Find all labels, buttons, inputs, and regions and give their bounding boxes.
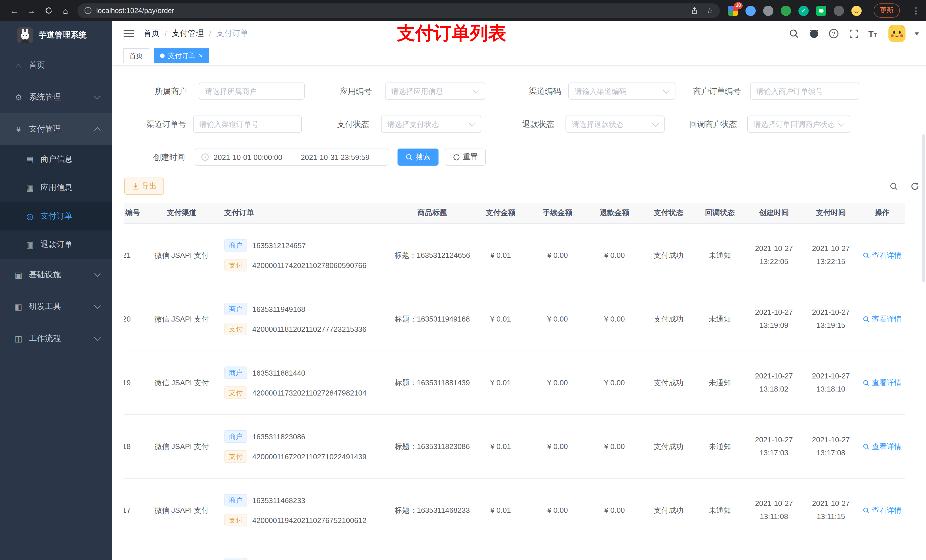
merchant-order-no: 1635311881440 (252, 368, 305, 377)
sidebar-item-workflow[interactable]: ◫ 工作流程 (0, 323, 112, 355)
sidebar-item-app-info[interactable]: ▦ 应用信息 (0, 174, 112, 202)
export-button[interactable]: 导出 (124, 178, 164, 195)
extension-icon-green[interactable] (781, 5, 791, 16)
view-detail-link[interactable]: 查看详情 (863, 314, 902, 324)
view-detail-link[interactable]: 查看详情 (863, 505, 902, 515)
filter-label-create-time: 创建时间 (112, 148, 185, 166)
breadcrumb-home[interactable]: 首页 (144, 29, 159, 39)
url-text: localhost:1024/pay/order (96, 6, 174, 15)
help-icon[interactable]: ? (828, 28, 839, 39)
search-icon (863, 379, 870, 386)
font-size-icon[interactable]: TT (868, 29, 877, 38)
sidebar-item-pay-order[interactable]: ◎ 支付订单 (0, 202, 112, 231)
pay-time-cell: 2021-10-27 13:11:15 (802, 497, 859, 523)
fullscreen-icon[interactable] (848, 28, 859, 39)
table-search-toggle-icon[interactable] (887, 179, 900, 193)
order-id-cell: 18 (124, 442, 150, 451)
pay-tag: 支付 (224, 323, 247, 335)
pay-amount-cell: ¥ 0.01 (472, 379, 529, 387)
search-icon (863, 443, 870, 450)
table-refresh-icon[interactable] (908, 179, 921, 193)
avatar-caret-icon[interactable] (915, 32, 919, 35)
sidebar-item-home[interactable]: ⌂ 首页 (0, 50, 112, 82)
extension-icon-blue[interactable] (746, 5, 756, 16)
merchant-line: 商户 1635311823086 (224, 430, 392, 443)
extension-icon-colorful[interactable]: 10 (728, 5, 738, 16)
merchant-order-no: 1635311823086 (252, 432, 305, 441)
notify-status-cell: 未通知 (694, 441, 746, 451)
page-content: 所属商户 应用编号 渠道编码 商户订单编号 (112, 66, 926, 560)
pay-amount-cell: ¥ 0.01 (472, 315, 529, 323)
fee-amount-cell: ¥ 0.00 (529, 506, 586, 515)
breadcrumb: 首页 / 支付管理 / 支付订单 (144, 29, 248, 39)
sidebar-item-merchant-info[interactable]: ▤ 商户信息 (0, 145, 112, 174)
pay-order-cell: 商户 1635311949168 支付 42000011812021102777… (213, 287, 392, 350)
user-avatar[interactable] (888, 25, 905, 42)
sidebar-item-devtools[interactable]: ◧ 研发工具 (0, 291, 112, 323)
search-button[interactable]: 搜索 (398, 148, 439, 166)
home-icon[interactable]: ⌂ (57, 3, 74, 18)
sidebar-collapse-icon[interactable] (123, 28, 135, 39)
bookmark-star-icon[interactable]: ☆ (707, 6, 713, 15)
merchant-tag: 商户 (224, 239, 247, 252)
orders-table: 编号 支付渠道 支付订单 商品标题 支付金额 手续金额 退款金额 支付状态 回调… (124, 202, 905, 560)
pay-status-select[interactable] (381, 116, 481, 133)
create-time-range-picker[interactable]: 2021-10-01 00:00:00 - 2021-10-31 23:59:5… (195, 148, 388, 166)
browser-update-button[interactable]: 更新 (874, 3, 900, 18)
action-cell: 查看详情 (859, 377, 905, 388)
address-bar[interactable]: localhost:1024/pay/order ☆ (77, 3, 720, 18)
breadcrumb-payment[interactable]: 支付管理 (172, 29, 204, 39)
profile-avatar-icon[interactable] (851, 5, 862, 16)
scrollbar-thumb[interactable] (922, 134, 925, 282)
github-icon[interactable] (808, 28, 819, 39)
channel-code-select[interactable] (568, 83, 675, 100)
filter-label-merchant: 所属商户 (112, 83, 187, 100)
table-row: 20 微信 JSAPI 支付 商户 1635311949168 支付 42000… (124, 287, 905, 351)
reset-button[interactable]: 重置 (445, 148, 486, 166)
sidebar-item-refund-order[interactable]: ▥ 退款订单 (0, 231, 112, 259)
table-header: 编号 支付渠道 支付订单 商品标题 支付金额 手续金额 退款金额 支付状态 回调… (124, 202, 905, 223)
product-title-cell: 标题：1635311468233 (392, 505, 472, 515)
merchant-line: 商户 1635311949168 (224, 303, 392, 315)
view-detail-link[interactable]: 查看详情 (863, 250, 902, 260)
tab-pay-order[interactable]: 支付订单 × (154, 48, 209, 63)
extension-icon-gray[interactable] (763, 5, 773, 16)
sidebar-item-system[interactable]: ⚙ 系统管理 (0, 82, 112, 113)
forward-icon[interactable]: → (23, 3, 40, 18)
notify-status-cell: 未通知 (694, 377, 746, 388)
pay-tag: 支付 (224, 259, 247, 272)
table-row: 17 微信 JSAPI 支付 商户 1635311468233 支付 42000… (124, 478, 905, 542)
app-select[interactable] (385, 83, 485, 100)
filter-label-merchant-order-no: 商户订单编号 (661, 83, 741, 100)
share-icon[interactable] (691, 6, 699, 15)
extension-icon-check[interactable]: ✓ (799, 5, 809, 16)
sidebar-item-infra[interactable]: ▣ 基础设施 (0, 259, 112, 291)
merchant-order-no: 1635311468233 (252, 496, 305, 504)
refund-status-select[interactable] (566, 116, 664, 133)
tab-home[interactable]: 首页 (123, 48, 149, 63)
search-icon[interactable] (788, 28, 799, 39)
merchant-order-no-input[interactable] (750, 83, 859, 100)
pay-channel-cell: 微信 JSAPI 支付 (150, 441, 213, 451)
tab-close-icon[interactable]: × (199, 52, 203, 59)
sidebar-item-payment[interactable]: ¥ 支付管理 (0, 113, 112, 145)
browser-menu-icon[interactable]: ⋮ (912, 5, 920, 16)
search-icon (863, 315, 870, 322)
logo[interactable]: 芋道管理系统 (0, 21, 112, 50)
view-detail-link[interactable]: 查看详情 (863, 377, 902, 388)
order-id-cell: 17 (124, 506, 150, 515)
merchant-select[interactable] (199, 83, 305, 100)
notify-status-cell: 未通知 (694, 314, 746, 324)
channel-order-no-input[interactable] (193, 116, 302, 133)
notify-status-select[interactable] (747, 116, 850, 133)
back-icon[interactable]: ← (6, 3, 23, 18)
grid-icon: ▦ (25, 183, 35, 192)
notify-status-cell: 未通知 (694, 505, 746, 515)
extension-icon-dark[interactable] (834, 5, 844, 16)
home-icon: ⌂ (14, 61, 23, 70)
reload-icon[interactable] (40, 3, 57, 18)
extension-icon-chat[interactable] (816, 5, 826, 16)
pay-status-cell: 支付成功 (643, 505, 694, 515)
pay-time-cell: 2021-10-27 13:18:10 (802, 370, 859, 396)
view-detail-link[interactable]: 查看详情 (863, 441, 902, 451)
